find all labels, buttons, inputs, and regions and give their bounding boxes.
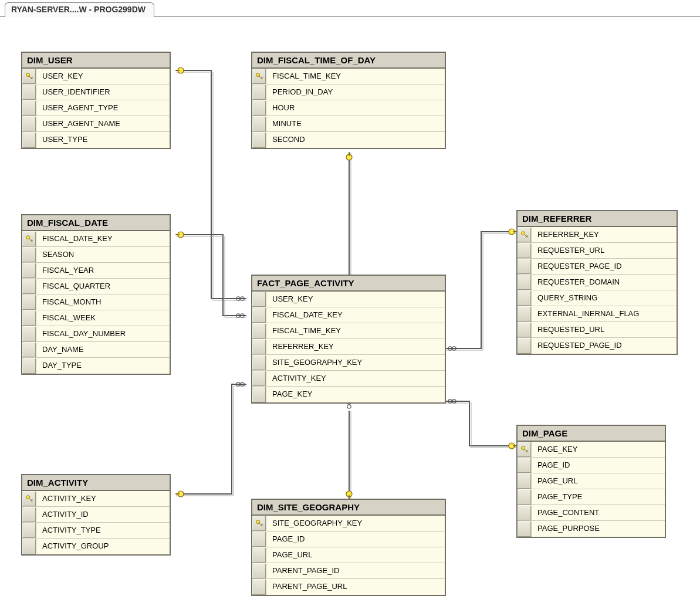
column-selector[interactable] <box>252 355 266 370</box>
column-selector[interactable] <box>518 473 532 489</box>
column-selector[interactable] <box>252 100 266 116</box>
column-row[interactable]: FISCAL_QUARTER <box>22 279 170 294</box>
column-row[interactable]: EXTERNAL_INERNAL_FLAG <box>518 306 677 322</box>
table-dim-fiscal-time-of-day[interactable]: DIM_FISCAL_TIME_OF_DAY FISCAL_TIME_KEYPE… <box>251 52 446 149</box>
column-row[interactable]: USER_IDENTIFIER <box>22 84 170 100</box>
column-row[interactable]: FISCAL_TIME_KEY <box>252 69 445 84</box>
column-row[interactable]: PAGE_URL <box>518 473 665 489</box>
primary-key-icon[interactable] <box>518 227 532 242</box>
column-row[interactable]: REQUESTER_PAGE_ID <box>518 259 677 275</box>
column-row[interactable]: USER_TYPE <box>22 132 170 148</box>
table-dim-activity[interactable]: DIM_ACTIVITY ACTIVITY_KEYACTIVITY_IDACTI… <box>21 474 171 556</box>
column-row[interactable]: PARENT_PAGE_ID <box>252 563 445 579</box>
column-row[interactable]: HOUR <box>252 100 445 116</box>
column-row[interactable]: PAGE_TYPE <box>518 489 665 505</box>
column-selector[interactable] <box>22 116 36 131</box>
column-row[interactable]: PAGE_ID <box>252 531 445 547</box>
column-selector[interactable] <box>252 339 266 354</box>
column-row[interactable]: REQUESTED_URL <box>518 322 677 338</box>
primary-key-icon[interactable] <box>518 442 532 457</box>
column-selector[interactable] <box>252 387 266 402</box>
column-selector[interactable] <box>518 259 532 274</box>
primary-key-icon[interactable] <box>22 231 36 246</box>
column-row[interactable]: SITE_GEOGRAPHY_KEY <box>252 516 445 531</box>
column-row[interactable]: ACTIVITY_GROUP <box>22 539 170 554</box>
column-selector[interactable] <box>518 275 532 290</box>
column-selector[interactable] <box>22 358 36 374</box>
column-row[interactable]: REQUESTED_PAGE_ID <box>518 338 677 354</box>
column-selector[interactable] <box>518 290 532 306</box>
column-row[interactable]: QUERY_STRING <box>518 290 677 306</box>
column-row[interactable]: PAGE_PURPOSE <box>518 521 665 537</box>
column-selector[interactable] <box>22 326 36 341</box>
column-row[interactable]: MINUTE <box>252 116 445 132</box>
table-dim-user[interactable]: DIM_USER USER_KEYUSER_IDENTIFIERUSER_AGE… <box>21 52 171 149</box>
column-selector[interactable] <box>22 342 36 357</box>
column-selector[interactable] <box>252 531 266 547</box>
column-row[interactable]: PAGE_KEY <box>518 442 665 458</box>
column-row[interactable]: PAGE_URL <box>252 547 445 563</box>
column-row[interactable]: SITE_GEOGRAPHY_KEY <box>252 355 445 371</box>
column-selector[interactable] <box>252 132 266 148</box>
column-row[interactable]: REFERRER_KEY <box>518 227 677 243</box>
column-selector[interactable] <box>22 507 36 522</box>
column-selector[interactable] <box>252 371 266 386</box>
column-row[interactable]: ACTIVITY_KEY <box>22 491 170 507</box>
column-selector[interactable] <box>252 563 266 578</box>
table-dim-page[interactable]: DIM_PAGE PAGE_KEYPAGE_IDPAGE_URLPAGE_TYP… <box>516 425 666 538</box>
column-row[interactable]: ACTIVITY_ID <box>22 507 170 523</box>
column-row[interactable]: PAGE_KEY <box>252 387 445 402</box>
column-selector[interactable] <box>518 322 532 337</box>
column-selector[interactable] <box>22 100 36 116</box>
column-selector[interactable] <box>252 307 266 323</box>
diagram-canvas[interactable]: RYAN-SERVER....W - PROG299DW <box>0 0 700 606</box>
column-selector[interactable] <box>252 323 266 338</box>
column-selector[interactable] <box>518 489 532 505</box>
column-row[interactable]: FISCAL_DAY_NUMBER <box>22 326 170 342</box>
column-row[interactable]: PARENT_PAGE_URL <box>252 579 445 595</box>
column-selector[interactable] <box>22 247 36 262</box>
column-selector[interactable] <box>518 458 532 473</box>
column-row[interactable]: REQUESTER_URL <box>518 243 677 259</box>
column-row[interactable]: FISCAL_DATE_KEY <box>252 307 445 323</box>
column-row[interactable]: FISCAL_WEEK <box>22 310 170 326</box>
column-selector[interactable] <box>22 84 36 100</box>
column-row[interactable]: SECOND <box>252 132 445 148</box>
column-selector[interactable] <box>252 292 266 307</box>
column-row[interactable]: SEASON <box>22 247 170 263</box>
column-selector[interactable] <box>252 579 266 595</box>
column-selector[interactable] <box>252 116 266 131</box>
column-row[interactable]: FISCAL_TIME_KEY <box>252 323 445 339</box>
primary-key-icon[interactable] <box>22 69 36 84</box>
column-row[interactable]: ACTIVITY_TYPE <box>22 523 170 539</box>
table-dim-site-geography[interactable]: DIM_SITE_GEOGRAPHY SITE_GEOGRAPHY_KEYPAG… <box>251 499 446 596</box>
primary-key-icon[interactable] <box>22 491 36 506</box>
column-selector[interactable] <box>22 132 36 148</box>
column-selector[interactable] <box>22 263 36 278</box>
column-selector[interactable] <box>518 505 532 520</box>
column-row[interactable]: FISCAL_YEAR <box>22 263 170 279</box>
column-row[interactable]: PAGE_ID <box>518 458 665 473</box>
column-row[interactable]: REFERRER_KEY <box>252 339 445 355</box>
column-selector[interactable] <box>518 243 532 258</box>
column-row[interactable]: USER_KEY <box>22 69 170 84</box>
column-row[interactable]: USER_AGENT_TYPE <box>22 100 170 116</box>
column-selector[interactable] <box>518 521 532 537</box>
column-selector[interactable] <box>22 310 36 326</box>
column-selector[interactable] <box>518 338 532 354</box>
primary-key-icon[interactable] <box>252 69 266 84</box>
column-selector[interactable] <box>22 539 36 554</box>
column-row[interactable]: DAY_TYPE <box>22 358 170 374</box>
column-selector[interactable] <box>22 523 36 538</box>
table-dim-referrer[interactable]: DIM_REFERRER REFERRER_KEYREQUESTER_URLRE… <box>516 210 678 355</box>
column-row[interactable]: REQUESTER_DOMAIN <box>518 275 677 290</box>
column-row[interactable]: DAY_NAME <box>22 342 170 358</box>
tab-prog299dw[interactable]: RYAN-SERVER....W - PROG299DW <box>5 2 154 17</box>
column-selector[interactable] <box>22 279 36 294</box>
column-row[interactable]: USER_KEY <box>252 292 445 307</box>
column-row[interactable]: PERIOD_IN_DAY <box>252 84 445 100</box>
column-selector[interactable] <box>518 306 532 321</box>
table-fact-page-activity[interactable]: FACT_PAGE_ACTIVITY USER_KEYFISCAL_DATE_K… <box>251 275 446 404</box>
column-row[interactable]: PAGE_CONTENT <box>518 505 665 521</box>
column-selector[interactable] <box>252 84 266 100</box>
